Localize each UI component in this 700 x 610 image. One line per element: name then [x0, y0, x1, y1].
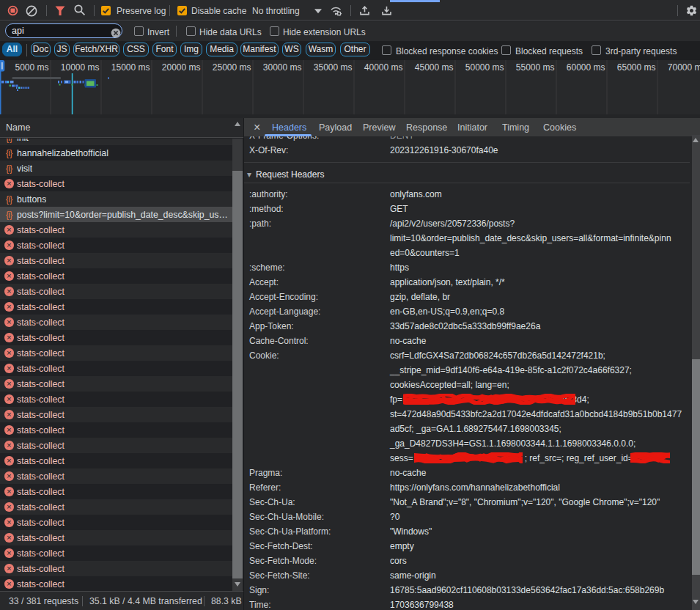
svg-text:60000 ms: 60000 ms [567, 62, 605, 73]
svg-text:35000 ms: 35000 ms [314, 62, 353, 73]
svg-text:65000 ms: 65000 ms [617, 62, 656, 73]
svg-text:40000 ms: 40000 ms [364, 62, 403, 73]
svg-text:20000 ms: 20000 ms [162, 62, 201, 73]
svg-text:25000 ms: 25000 ms [213, 62, 251, 73]
svg-text:70000 ms: 70000 ms [668, 62, 700, 73]
svg-text:50000 ms: 50000 ms [465, 62, 504, 73]
svg-text:55000 ms: 55000 ms [516, 62, 555, 73]
svg-text:10000 ms: 10000 ms [61, 62, 100, 73]
svg-text:45000 ms: 45000 ms [415, 62, 454, 73]
svg-text:15000 ms: 15000 ms [111, 62, 150, 73]
svg-text:5000 ms: 5000 ms [15, 62, 48, 73]
svg-text:30000 ms: 30000 ms [263, 62, 302, 73]
